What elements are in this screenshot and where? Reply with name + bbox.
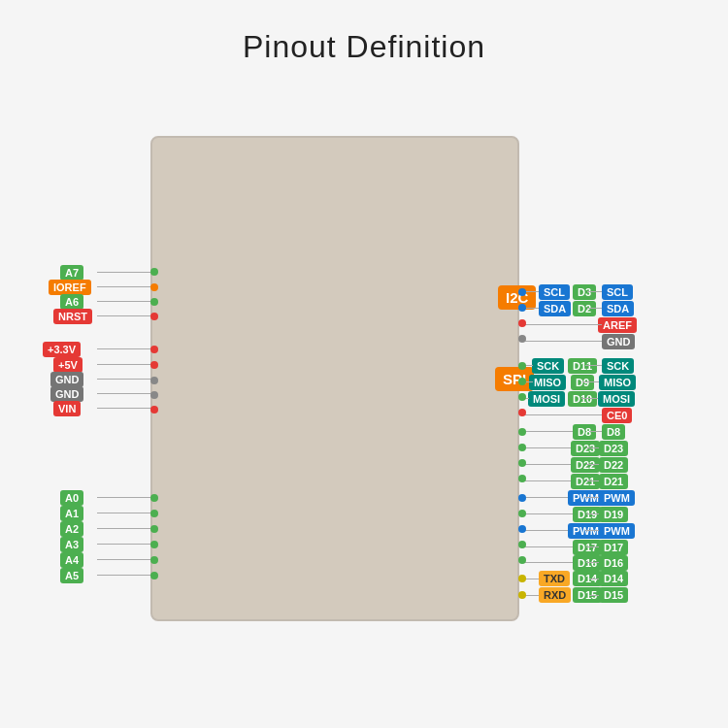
pin-A4: A4 bbox=[60, 552, 83, 568]
pin-3v3: +3.3V bbox=[43, 342, 81, 357]
pin-gnd2: GND bbox=[50, 386, 83, 402]
pin-A1: A1 bbox=[60, 506, 83, 521]
inner-MOSI: MOSI bbox=[528, 391, 565, 407]
pin-D22: D22 bbox=[571, 457, 600, 473]
outer-D23: D23 bbox=[599, 441, 628, 456]
outer-SDA: SDA bbox=[602, 301, 634, 316]
outer-D21: D21 bbox=[599, 474, 628, 489]
bus-i2c: I2C bbox=[498, 285, 536, 310]
outer-D17: D17 bbox=[599, 540, 628, 555]
pin-RXD: RXD bbox=[539, 587, 571, 603]
outer-GND: GND bbox=[602, 334, 635, 349]
diagram-container: A7 IOREF A6 NRST +3.3V +5V GND GND VIN A… bbox=[0, 78, 728, 718]
outer-MOSI: MOSI bbox=[598, 391, 635, 407]
pin-IOREF: IOREF bbox=[49, 280, 91, 295]
pin-D16: D16 bbox=[573, 555, 602, 571]
outer-SCK: SCK bbox=[602, 358, 634, 374]
outer-D19: D19 bbox=[599, 507, 628, 522]
pin-D17: D17 bbox=[573, 540, 602, 555]
pin-A6: A6 bbox=[60, 294, 83, 310]
pin-A3: A3 bbox=[60, 537, 83, 552]
page-title: Pinout Definition bbox=[0, 0, 728, 65]
outer-SCL: SCL bbox=[602, 284, 633, 300]
inner-SCK: SCK bbox=[532, 358, 564, 374]
inner-SDA: SDA bbox=[539, 301, 571, 316]
outer-PWM2: PWM bbox=[599, 523, 635, 539]
outer-D15: D15 bbox=[599, 587, 628, 603]
inner-D9: D9 bbox=[571, 375, 594, 390]
outer-D14: D14 bbox=[599, 571, 628, 586]
outer-MISO: MISO bbox=[599, 375, 636, 390]
inner-D10: D10 bbox=[568, 391, 597, 407]
pin-vin: VIN bbox=[53, 401, 81, 416]
pin-A2: A2 bbox=[60, 521, 83, 537]
inner-D3: D3 bbox=[573, 284, 596, 300]
pin-A7: A7 bbox=[60, 265, 83, 281]
inner-D2: D2 bbox=[573, 301, 596, 316]
pin-NRST: NRST bbox=[53, 309, 92, 324]
outer-D22: D22 bbox=[599, 457, 628, 473]
outer-PWM1: PWM bbox=[599, 490, 635, 506]
pin-A0: A0 bbox=[60, 490, 83, 506]
inner-MISO: MISO bbox=[529, 375, 566, 390]
pin-A5: A5 bbox=[60, 568, 83, 583]
outer-D8: D8 bbox=[602, 424, 625, 440]
pin-D8: D8 bbox=[573, 424, 596, 440]
pin-gnd1: GND bbox=[50, 372, 83, 387]
pin-D23: D23 bbox=[571, 441, 600, 456]
outer-AREF: AREF bbox=[598, 317, 637, 333]
pin-D21: D21 bbox=[571, 474, 600, 489]
inner-SCL: SCL bbox=[539, 284, 570, 300]
outer-CE0: CE0 bbox=[602, 408, 632, 423]
outer-D16: D16 bbox=[599, 555, 628, 571]
inner-D11: D11 bbox=[568, 358, 597, 374]
pcb-board bbox=[150, 136, 519, 621]
pin-TXD: TXD bbox=[539, 571, 570, 586]
pin-5v: +5V bbox=[53, 357, 83, 373]
pin-D19: D19 bbox=[573, 507, 602, 522]
